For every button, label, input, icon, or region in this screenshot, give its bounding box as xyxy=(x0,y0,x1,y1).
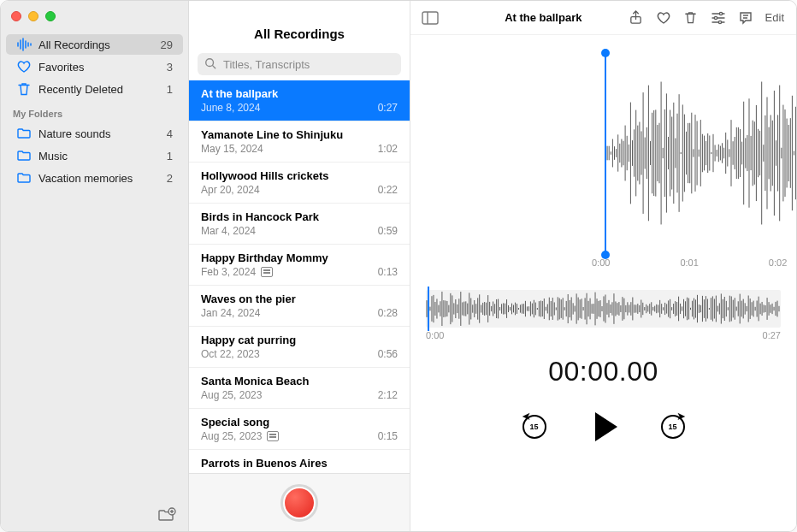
recording-item-date: Mar 4, 2024 xyxy=(201,225,256,237)
folder-icon xyxy=(16,170,32,186)
recording-item[interactable]: At the ballparkJune 8, 20240:27 xyxy=(189,80,410,121)
recording-item[interactable]: Birds in Hancock ParkMar 4, 20240:59 xyxy=(189,204,410,245)
recording-item-duration: 0:22 xyxy=(378,184,398,196)
playback-controls: 15 ➤ 15 ➤ xyxy=(410,410,796,444)
sidebar-item-label: Music xyxy=(38,150,160,163)
recording-item-date: Feb 3, 2024 xyxy=(201,266,273,278)
edit-button[interactable]: Edit xyxy=(765,11,788,24)
playhead[interactable] xyxy=(605,52,606,254)
sidebar-item-label: Recently Deleted xyxy=(38,83,160,96)
recording-item-title: Parrots in Buenos Aires xyxy=(201,457,398,470)
heart-icon xyxy=(16,59,32,74)
recording-item-duration: 0:59 xyxy=(378,225,398,237)
favorite-button[interactable] xyxy=(656,10,671,26)
recording-item[interactable]: Santa Monica BeachAug 25, 20232:12 xyxy=(189,368,410,409)
search-placeholder: Titles, Transcripts xyxy=(223,58,310,71)
new-folder-button[interactable] xyxy=(157,507,176,523)
sidebar-folder-music[interactable]: Music 1 xyxy=(6,145,183,166)
svg-point-17 xyxy=(718,21,721,23)
waveform-zoom xyxy=(410,68,796,239)
sidebar-all-recordings[interactable]: All Recordings 29 xyxy=(6,34,183,55)
zoom-window-button[interactable] xyxy=(45,11,56,21)
share-button[interactable] xyxy=(629,10,644,26)
waveform-overview-graphic xyxy=(426,290,781,328)
recording-item-title: Happy cat purring xyxy=(201,334,398,346)
waveform-overview[interactable] xyxy=(426,290,781,328)
recording-item-title: Hollywood Hills crickets xyxy=(201,169,398,182)
recording-item-date: Oct 22, 2023 xyxy=(201,348,260,360)
recording-item-duration: 1:02 xyxy=(378,143,398,155)
sidebar-item-count: 4 xyxy=(167,127,173,140)
recording-item-date: Aug 25, 2023 xyxy=(201,430,279,442)
recordings-list-title: All Recordings xyxy=(189,1,410,51)
recording-item-title: Birds in Hancock Park xyxy=(201,210,398,223)
sidebar-recently-deleted[interactable]: Recently Deleted 1 xyxy=(6,79,183,99)
record-button[interactable] xyxy=(280,484,318,522)
sidebar-item-count: 3 xyxy=(167,61,173,74)
sidebar-item-label: All Recordings xyxy=(38,38,154,51)
recording-item-duration: 2:12 xyxy=(378,389,398,401)
recording-item-date: Jan 24, 2024 xyxy=(201,307,260,319)
zoom-time-axis: 0:00 0:01 0:02 xyxy=(410,257,796,268)
trash-icon xyxy=(16,81,32,97)
folder-icon xyxy=(16,148,32,163)
recording-item-duration: 0:13 xyxy=(378,266,398,278)
toggle-sidebar-button[interactable] xyxy=(419,11,441,25)
sidebar-favorites[interactable]: Favorites 3 xyxy=(6,56,183,77)
transcript-icon xyxy=(261,267,273,277)
recording-title[interactable]: At the ballpark xyxy=(487,11,582,24)
sidebar-item-count: 2 xyxy=(167,172,173,185)
playhead-handle-top[interactable] xyxy=(601,49,610,57)
search-icon xyxy=(204,57,218,71)
toolbar: At the ballpark Edit xyxy=(410,1,796,35)
recording-item-title: Santa Monica Beach xyxy=(201,375,398,387)
recording-item-date: Apr 20, 2024 xyxy=(201,184,260,196)
playback-settings-button[interactable] xyxy=(711,10,726,26)
overview-playhead[interactable] xyxy=(428,287,429,331)
delete-button[interactable] xyxy=(683,10,699,26)
recording-item[interactable]: Waves on the pierJan 24, 20240:28 xyxy=(189,286,410,327)
recording-item-duration: 0:56 xyxy=(378,348,398,360)
svg-point-15 xyxy=(719,12,722,15)
recording-item-date: Aug 25, 2023 xyxy=(201,389,262,401)
recording-item-title: Waves on the pier xyxy=(201,293,398,305)
recording-item-title: Special song xyxy=(201,416,398,429)
zoom-tick: 0:02 xyxy=(769,257,787,268)
minimize-window-button[interactable] xyxy=(28,11,38,21)
transcript-icon xyxy=(267,431,279,441)
record-icon xyxy=(285,488,314,517)
skip-back-15-button[interactable]: 15 ➤ xyxy=(520,412,549,441)
transcript-button[interactable] xyxy=(738,10,753,26)
folder-icon xyxy=(16,126,32,141)
sidebar-item-label: Nature sounds xyxy=(38,127,160,140)
recording-item[interactable]: Happy cat purringOct 22, 20230:56 xyxy=(189,327,410,368)
recording-item[interactable]: Parrots in Buenos Aires xyxy=(189,450,410,473)
svg-point-16 xyxy=(714,16,717,19)
close-window-button[interactable] xyxy=(11,11,21,21)
skip-seconds-label: 15 xyxy=(529,423,538,431)
recording-item-date: May 15, 2024 xyxy=(201,143,263,155)
recording-item[interactable]: Hollywood Hills cricketsApr 20, 20240:22 xyxy=(189,163,410,204)
svg-rect-9 xyxy=(422,12,438,24)
skip-forward-15-button[interactable]: 15 ➤ xyxy=(658,412,688,441)
recording-item[interactable]: Happy Birthday MommyFeb 3, 2024 0:13 xyxy=(189,245,410,286)
search-field[interactable]: Titles, Transcripts xyxy=(198,53,401,75)
recording-item-date: June 8, 2024 xyxy=(201,102,260,114)
recordings-list[interactable]: At the ballparkJune 8, 20240:27Yamanote … xyxy=(189,80,410,473)
record-bar xyxy=(189,473,410,531)
play-button[interactable] xyxy=(587,410,621,444)
recording-item[interactable]: Special songAug 25, 2023 0:15 xyxy=(189,409,410,450)
recordings-list-column: All Recordings Titles, Transcripts At th… xyxy=(189,1,410,531)
sidebar-item-label: Vacation memories xyxy=(38,172,160,185)
recording-item[interactable]: Yamanote Line to ShinjukuMay 15, 20241:0… xyxy=(189,121,410,163)
svg-line-8 xyxy=(213,66,215,68)
window-controls xyxy=(1,8,188,33)
play-icon xyxy=(595,412,617,441)
current-time-display: 00:00.00 xyxy=(410,356,796,387)
sidebar-folder-nature-sounds[interactable]: Nature sounds 4 xyxy=(6,123,183,144)
recording-item-title: Happy Birthday Mommy xyxy=(201,251,398,264)
waveform-icon xyxy=(16,37,32,52)
sidebar-folder-vacation-memories[interactable]: Vacation memories 2 xyxy=(6,168,183,188)
waveform-zoom-area[interactable]: 0:00 0:01 0:02 xyxy=(410,42,796,281)
voice-memos-window: All Recordings 29 Favorites 3 Recently D… xyxy=(0,0,797,532)
